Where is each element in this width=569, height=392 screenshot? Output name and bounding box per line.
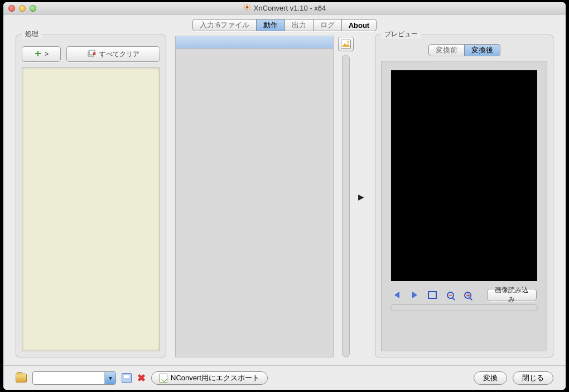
zoom-in-button[interactable]: + — [462, 290, 474, 300]
fit-icon — [428, 291, 437, 299]
svg-rect-1 — [247, 4, 247, 6]
tab-preview-before[interactable]: 変換前 — [428, 44, 465, 56]
tab-about[interactable]: About — [342, 19, 377, 31]
tab-input[interactable]: 入力:6ファイル — [192, 19, 257, 31]
prev-image-button[interactable] — [392, 290, 403, 300]
picture-tool-button[interactable] — [338, 37, 354, 51]
svg-rect-6 — [249, 8, 250, 10]
zoom-window-button[interactable] — [30, 5, 36, 12]
svg-rect-8 — [249, 4, 250, 6]
actions-list-selected-row[interactable] — [176, 36, 333, 49]
minimize-window-button[interactable] — [19, 5, 26, 12]
zoom-out-icon: − — [447, 292, 454, 299]
actions-middle: ▶ — [175, 35, 366, 357]
window-controls — [3, 5, 36, 12]
preview-toolbar: − + 画像読み込み — [390, 289, 538, 301]
clear-icon — [88, 50, 97, 59]
preview-panel: プレビュー 変換前 変換後 − + 画像読み込み — [375, 35, 553, 357]
app-window: XnConvert v1.10 - x64 入力:6ファイル 動作 出力 ログ … — [3, 2, 566, 390]
zoom-out-button[interactable]: − — [445, 290, 456, 300]
preview-image[interactable] — [391, 70, 537, 281]
tab-log[interactable]: ログ — [314, 19, 342, 31]
folder-icon[interactable] — [16, 374, 27, 383]
expand-preview-button[interactable]: ▶ — [358, 192, 366, 201]
action-properties-area[interactable] — [22, 67, 160, 351]
close-button[interactable]: 閉じる — [513, 371, 553, 385]
next-image-button[interactable] — [409, 290, 421, 300]
preset-combo[interactable]: ▾ — [32, 371, 116, 385]
fit-button[interactable] — [427, 290, 438, 300]
combo-dropdown-icon[interactable]: ▾ — [104, 372, 115, 384]
reload-image-button[interactable]: 画像読み込み — [487, 289, 537, 301]
actions-list[interactable] — [175, 36, 334, 357]
arrow-right-icon — [412, 292, 417, 298]
svg-rect-13 — [341, 40, 351, 49]
svg-rect-5 — [244, 4, 245, 6]
export-nconvert-button[interactable]: NConvert用にエクスポート — [151, 371, 268, 385]
tab-preview-after[interactable]: 変換後 — [465, 44, 500, 56]
plus-icon — [34, 50, 42, 59]
actions-scrollbar[interactable] — [342, 55, 350, 357]
preview-h-scrollbar[interactable] — [390, 304, 538, 311]
zoom-in-icon: + — [464, 292, 471, 299]
close-window-button[interactable] — [8, 5, 15, 12]
export-label: NConvert用にエクスポート — [171, 373, 259, 383]
svg-point-0 — [245, 6, 248, 9]
delete-preset-button[interactable]: ✖ — [137, 372, 146, 384]
tab-action[interactable]: 動作 — [257, 19, 285, 31]
window-title-text: XnConvert v1.10 - x64 — [254, 4, 326, 12]
app-gear-icon — [243, 3, 251, 13]
preview-canvas-area: − + 画像読み込み — [381, 61, 547, 351]
svg-rect-10 — [35, 53, 41, 54]
svg-rect-4 — [249, 7, 250, 7]
arrow-left-icon — [394, 292, 399, 298]
picture-icon — [341, 40, 351, 49]
add-action-label: > — [45, 50, 49, 58]
clear-all-label: すべてクリア — [99, 50, 139, 59]
convert-button[interactable]: 変換 — [474, 371, 507, 385]
titlebar: XnConvert v1.10 - x64 — [3, 2, 566, 14]
processing-label: 処理 — [22, 30, 42, 39]
processing-panel: 処理 > すべてクリア — [16, 35, 166, 357]
clear-all-button[interactable]: すべてクリア — [66, 46, 160, 62]
actions-side-tools — [338, 36, 354, 357]
save-preset-button[interactable] — [122, 373, 132, 383]
svg-rect-2 — [247, 9, 247, 11]
svg-point-15 — [347, 41, 349, 43]
window-title: XnConvert v1.10 - x64 — [3, 3, 566, 13]
main-tabbar: 入力:6ファイル 動作 出力 ログ About — [3, 14, 566, 35]
add-action-button[interactable]: > — [22, 46, 61, 62]
export-icon — [160, 374, 167, 383]
bottom-bar: ▾ ✖ NConvert用にエクスポート 変換 閉じる — [3, 365, 566, 390]
svg-rect-3 — [243, 7, 245, 7]
preview-label: プレビュー — [381, 30, 421, 39]
content-area: 処理 > すべてクリア — [3, 35, 566, 365]
svg-rect-7 — [244, 8, 245, 10]
tab-output[interactable]: 出力 — [285, 19, 314, 31]
